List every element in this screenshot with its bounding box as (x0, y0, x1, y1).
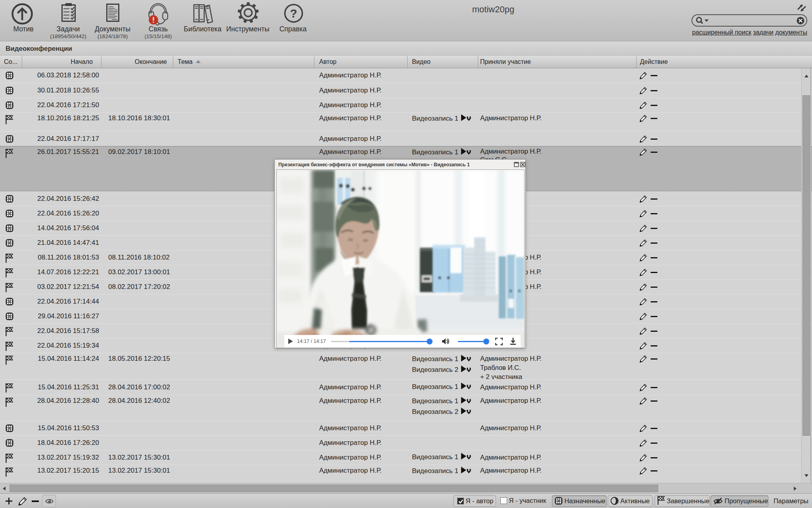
svg-text:?: ? (290, 7, 297, 20)
